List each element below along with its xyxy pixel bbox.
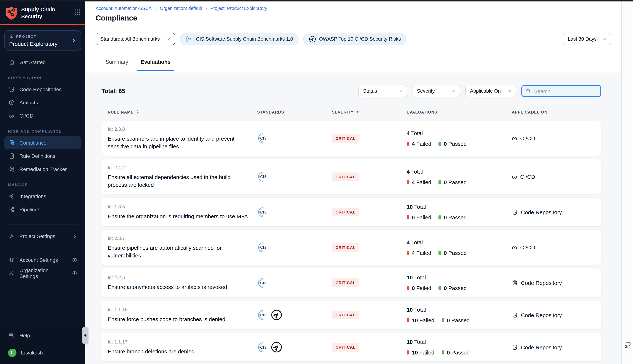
sidebar-item-compliance[interactable]: Compliance [4,136,81,150]
tab-summary[interactable]: Summary [106,51,128,72]
sidebar-collapse-handle[interactable] [82,327,88,344]
sidebar-item-help[interactable]: ? Help [4,329,81,342]
box-tracker-icon [8,166,15,173]
code-repository-icon [512,280,518,286]
project-name: Product Exploratory [9,41,71,47]
gear-icon [8,233,15,240]
failed-indicator [406,350,409,354]
document-search-icon [8,139,15,146]
rule-id: Id: 1.1.16 [108,307,257,312]
breadcrumb-separator: › [155,6,156,11]
page-header: Account: Automation-SSCA › Organization:… [85,2,621,27]
brand-accent-divider [0,24,85,25]
sidebar-item-account-settings[interactable]: Account Settings [4,254,81,266]
rule-name: Ensure pipelines are automatically scann… [108,244,255,259]
chevron-right-icon [71,38,76,43]
rule-id: Id: 4.2.5 [108,275,257,280]
page-title: Compliance [96,14,611,22]
sidebar-item-get-started[interactable]: Get Started [4,56,81,69]
applicable-on-cell: Code Repository [512,280,601,286]
table-row[interactable]: Id: 1.1.17 Ensure branch deletions are d… [102,333,601,362]
applicable-on-cell: ∞ CI/CD [512,173,601,180]
search-input[interactable] [534,88,597,94]
chip-owasp-top10[interactable]: OWASP Top 10 CI/CD Security Risks [303,33,406,45]
breadcrumb-account[interactable]: Account: Automation-SSCA [96,6,152,11]
rules-list: Id: 2.3.8 Ensure scanners are in place t… [102,121,601,364]
standards-dropdown[interactable]: Standards: All Benchmarks [96,33,175,45]
code-repository-icon [512,312,518,318]
applicable-on-cell: Code Repository [512,344,601,350]
chip-cis-benchmark[interactable]: CIS CIS Software Supply Chain Benchmarks… [180,33,298,45]
applicable-on-cell: ∞ CI/CD [512,244,601,251]
evaluations-breakdown: 10 Failed 0 Passed [406,317,512,323]
table-row[interactable]: Id: 2.3.8 Ensure scanners are in place t… [102,121,601,156]
severity-badge: CRITICAL [332,243,359,252]
layers-gear-icon [8,256,15,264]
cicd-infinity-icon: ∞ [512,173,517,180]
table-row[interactable]: Id: 4.2.5 Ensure anonymous access to art… [102,268,601,297]
passed-indicator [442,318,444,322]
rule-name: Ensure scanners are in place to identify… [108,135,255,150]
feedback-chat-icon[interactable] [623,340,632,349]
severity-badge: CRITICAL [332,134,359,143]
help-chat-icon: ? [8,332,15,339]
total-count: Total: 65 [102,88,125,94]
sidebar: Supply Chain Security [0,2,85,364]
user-menu[interactable]: L Lavakush [4,346,81,359]
sidebar-item-code-repositories[interactable]: Code Repositories [4,83,81,96]
passed-indicator [439,251,441,255]
svg-text:CIS: CIS [260,281,266,285]
sort-desc-icon[interactable] [356,110,359,113]
sidebar-item-rule-definitions[interactable]: Rule Definitions [4,150,81,162]
sidebar-item-artifacts[interactable]: Artifacts [4,96,81,109]
app-grid-icon[interactable] [74,9,80,15]
sidebar-item-pipelines[interactable]: Pipelines [4,203,81,216]
chevron-right-icon [72,234,77,238]
svg-text:CIS: CIS [260,210,266,214]
evaluations-breakdown: 10 Failed 0 Passed [406,349,512,356]
sidebar-item-project-settings[interactable]: Project Settings [4,230,81,243]
date-range-dropdown[interactable]: Last 30 Days [563,33,611,45]
owasp-logo-icon [309,35,316,43]
project-selector[interactable]: PROJECT Product Exploratory [4,30,81,50]
sidebar-item-cicd[interactable]: ∞ CI/CD [4,109,81,122]
evaluations-total: 4 Total [406,239,512,245]
breadcrumb-organization[interactable]: Organization: default [160,6,202,11]
chevron-down-icon [451,89,455,93]
passed-indicator [439,180,441,184]
severity-filter-dropdown[interactable]: Severity [412,85,460,97]
chevron-down-icon [507,89,512,93]
table-row[interactable]: Id: 1.3.5 Ensure the organization is req… [102,198,601,226]
applicable-on-cell: Code Repository [512,209,601,215]
svg-text:CIS: CIS [260,136,266,140]
breadcrumb-project[interactable]: Project: Product Exploratory [210,6,267,11]
sidebar-item-organization-settings[interactable]: Organization Settings [4,266,81,280]
table-row[interactable]: Id: 2.4.2 Ensure all external dependenci… [102,159,601,194]
applicable-on-filter-dropdown[interactable]: Applicable On [465,85,516,97]
sort-both-icon[interactable] [136,110,140,114]
table-row[interactable]: Id: 1.1.16 Ensure force pushes code to b… [102,301,601,329]
status-filter-dropdown[interactable]: Status [358,85,407,97]
evaluations-total: 10 Total [406,274,512,280]
failed-indicator [406,318,409,322]
rule-id: Id: 1.3.5 [108,204,257,210]
passed-indicator [439,142,441,146]
home-icon [8,59,15,66]
project-box-icon [9,34,14,39]
org-chart-gear-icon [8,270,15,277]
rule-name: Ensure force pushes code to branches is … [108,315,255,323]
rule-name: Ensure all external dependencies used in… [108,173,255,188]
sidebar-item-integrations[interactable]: Integrations [4,190,81,203]
sidebar-footer: ? Help L Lavakush [0,322,85,364]
info-icon[interactable] [72,257,77,263]
table-row[interactable]: Id: 2.3.7 Ensure pipelines are automatic… [102,230,601,265]
svg-text:CIS: CIS [260,245,266,250]
cis-standard-icon: CIS [257,342,268,353]
info-icon[interactable] [72,270,77,276]
search-box [521,85,601,97]
failed-indicator [406,142,409,146]
sidebar-item-remediation-tracker[interactable]: Remediation Tracker [4,162,81,176]
code-repository-icon [512,344,518,350]
tab-evaluations[interactable]: Evaluations [141,51,170,72]
evaluations-breakdown: 0 Failed 0 Passed [406,214,512,220]
